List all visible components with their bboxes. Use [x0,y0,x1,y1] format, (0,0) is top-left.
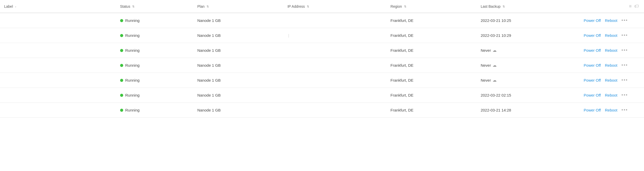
cell-label [0,28,116,43]
cell-label [0,13,116,28]
status-sort-icon[interactable]: ⇅ [132,5,135,8]
col-header-plan[interactable]: Plan ⇅ [193,0,283,13]
status-indicator [120,19,123,22]
backup-text: 2022-03-21 10:25 [481,18,511,23]
backup-text: Never [481,78,491,82]
reboot-button[interactable]: Reboot [605,78,617,82]
status-indicator [120,34,123,37]
status-indicator [120,64,123,67]
cell-backup: Never☁ [477,43,580,58]
col-ip-text: IP Address [288,4,305,8]
reboot-button[interactable]: Reboot [605,18,617,23]
cell-label [0,88,116,103]
cell-plan: Nanode 1 GB [193,103,283,118]
more-options-button[interactable]: ••• [621,92,628,98]
table-row: RunningNanode 1 GBFrankfurt, DE2022-03-2… [0,28,644,43]
more-options-button[interactable]: ••• [621,63,628,68]
cell-actions: Power OffReboot••• [580,103,644,118]
more-options-button[interactable]: ••• [621,48,628,53]
cell-region: Frankfurt, DE [386,88,477,103]
table-row: RunningNanode 1 GBFrankfurt, DENever☁Pow… [0,43,644,58]
backup-text: Never [481,63,491,67]
cell-plan: Nanode 1 GB [193,88,283,103]
power-off-button[interactable]: Power Off [584,63,601,67]
status-text: Running [125,78,140,82]
more-options-button[interactable]: ••• [621,78,628,83]
col-header-ip[interactable]: IP Address ⇅ [283,0,387,13]
label-sort-icon[interactable]: ↑ [15,5,16,8]
tag-icon[interactable]: 🏷 [634,4,639,9]
ip-divider [289,34,289,38]
cell-status: Running [116,43,193,58]
cell-ip [283,58,387,73]
cell-plan: Nanode 1 GB [193,73,283,88]
col-header-backup[interactable]: Last Backup ⇅ [477,0,580,13]
more-options-button[interactable]: ••• [621,33,628,38]
cloud-upload-icon[interactable]: ☁ [493,78,497,83]
ip-sort-icon[interactable]: ⇅ [307,5,309,8]
cell-plan: Nanode 1 GB [193,28,283,43]
cell-region: Frankfurt, DE [386,58,477,73]
cell-actions: Power OffReboot••• [580,73,644,88]
more-options-button[interactable]: ••• [621,107,628,113]
cloud-upload-icon[interactable]: ☁ [493,48,497,53]
cell-backup: 2022-03-21 10:25 [477,13,580,28]
col-header-status[interactable]: Status ⇅ [116,0,193,13]
cell-ip [283,13,387,28]
cell-backup: Never☁ [477,73,580,88]
list-view-icon[interactable]: ≡ [629,4,632,9]
reboot-button[interactable]: Reboot [605,63,617,67]
col-header-actions: ≡ 🏷 [580,0,644,13]
power-off-button[interactable]: Power Off [584,48,601,53]
cell-ip [283,28,387,43]
backup-text: Never [481,48,491,53]
reboot-button[interactable]: Reboot [605,93,617,97]
cell-label [0,43,116,58]
status-text: Running [125,93,140,97]
cell-actions: Power OffReboot••• [580,88,644,103]
cell-actions: Power OffReboot••• [580,58,644,73]
cell-status: Running [116,13,193,28]
cell-plan: Nanode 1 GB [193,13,283,28]
table-row: RunningNanode 1 GBFrankfurt, DE2022-03-2… [0,103,644,118]
cloud-upload-icon[interactable]: ☁ [493,63,497,68]
more-options-button[interactable]: ••• [621,18,628,23]
col-header-region[interactable]: Region ⇅ [386,0,477,13]
cell-status: Running [116,73,193,88]
col-status-text: Status [120,4,130,8]
table-row: RunningNanode 1 GBFrankfurt, DENever☁Pow… [0,73,644,88]
backup-text: 2022-03-21 10:29 [481,33,511,38]
power-off-button[interactable]: Power Off [584,33,601,38]
status-indicator [120,94,123,97]
cell-region: Frankfurt, DE [386,103,477,118]
reboot-button[interactable]: Reboot [605,33,617,38]
col-header-label[interactable]: Label ↑ [0,0,116,13]
cell-status: Running [116,28,193,43]
power-off-button[interactable]: Power Off [584,18,601,23]
power-off-button[interactable]: Power Off [584,93,601,97]
table-row: RunningNanode 1 GBFrankfurt, DENever☁Pow… [0,58,644,73]
backup-text: 2022-03-21 14:28 [481,108,511,112]
cell-label [0,58,116,73]
cell-status: Running [116,88,193,103]
power-off-button[interactable]: Power Off [584,78,601,82]
cell-ip [283,103,387,118]
cell-label [0,103,116,118]
col-label-text: Label [4,4,13,8]
power-off-button[interactable]: Power Off [584,108,601,112]
region-sort-icon[interactable]: ⇅ [404,5,406,8]
cell-actions: Power OffReboot••• [580,13,644,28]
col-region-text: Region [390,4,402,8]
status-text: Running [125,18,140,23]
reboot-button[interactable]: Reboot [605,48,617,53]
cell-ip [283,88,387,103]
status-text: Running [125,33,140,38]
reboot-button[interactable]: Reboot [605,108,617,112]
plan-sort-icon[interactable]: ⇅ [207,5,209,8]
backup-text: 2022-03-22 02:15 [481,93,511,97]
cell-status: Running [116,58,193,73]
cell-status: Running [116,103,193,118]
backup-sort-icon[interactable]: ⇅ [503,5,505,8]
col-plan-text: Plan [197,4,204,8]
cell-plan: Nanode 1 GB [193,58,283,73]
